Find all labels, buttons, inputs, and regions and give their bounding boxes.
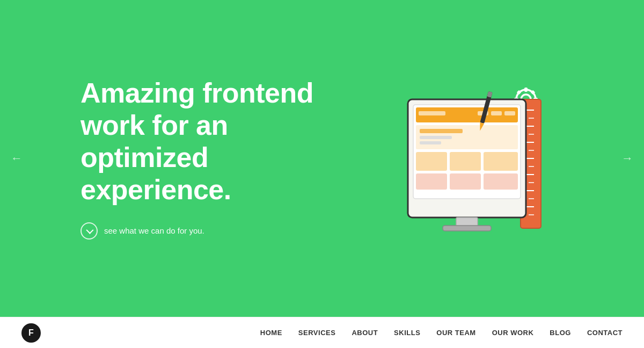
svg-rect-36 — [416, 152, 447, 171]
svg-rect-39 — [416, 173, 447, 190]
nav-link-our-work[interactable]: OUR WORK — [492, 329, 534, 337]
next-arrow[interactable]: → — [621, 151, 633, 165]
svg-rect-35 — [420, 141, 441, 144]
svg-rect-41 — [484, 173, 518, 190]
svg-rect-28 — [419, 111, 445, 115]
svg-rect-43 — [443, 226, 491, 231]
nav-link-skills[interactable]: SKILLS — [394, 329, 420, 337]
svg-rect-37 — [450, 152, 481, 171]
svg-rect-38 — [484, 152, 518, 171]
hero-cta[interactable]: see what we can do for you. — [80, 222, 338, 240]
nav-link-home[interactable]: HOME — [260, 329, 282, 337]
nav-link-our-team[interactable]: OUR TEAM — [436, 329, 475, 337]
svg-rect-46 — [487, 91, 492, 98]
prev-arrow[interactable]: ← — [11, 151, 23, 165]
cta-label: see what we can do for you. — [104, 226, 204, 235]
nav-link-about[interactable]: ABOUT — [352, 329, 378, 337]
svg-rect-34 — [420, 136, 452, 139]
nav-links: HOMESERVICESABOUTSKILLSOUR TEAMOUR WORKB… — [260, 329, 623, 337]
nav-link-blog[interactable]: BLOG — [550, 329, 571, 337]
hero-content: Amazing frontend work for an optimized e… — [80, 67, 564, 250]
nav-link-contact[interactable]: CONTACT — [587, 329, 623, 337]
svg-rect-31 — [504, 111, 515, 115]
hero-illustration — [381, 67, 564, 250]
svg-rect-2 — [524, 88, 528, 92]
cta-circle-icon — [80, 222, 98, 240]
hero-text: Amazing frontend work for an optimized e… — [80, 77, 338, 239]
svg-rect-30 — [491, 111, 502, 115]
nav-link-services[interactable]: SERVICES — [298, 329, 336, 337]
svg-rect-33 — [420, 129, 463, 133]
svg-rect-40 — [450, 173, 481, 190]
hero-section: ← → Amazing frontend work for an optimiz… — [0, 0, 644, 317]
down-arrow-icon — [86, 226, 93, 234]
hero-title: Amazing frontend work for an optimized e… — [80, 77, 338, 206]
navbar: F HOMESERVICESABOUTSKILLSOUR TEAMOUR WOR… — [0, 317, 644, 348]
logo[interactable]: F — [21, 323, 41, 343]
